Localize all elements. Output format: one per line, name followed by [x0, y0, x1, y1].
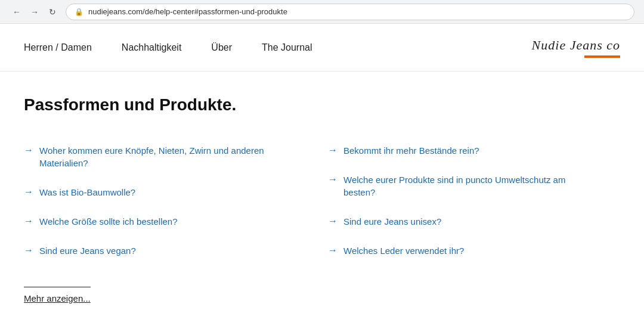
nav-links: Herren / Damen Nachhaltigkeit Über The J…: [24, 42, 312, 53]
faq-column-right: → Bekommt ihr mehr Bestände rein? → Welc…: [328, 136, 596, 265]
faq-item-3[interactable]: → Welche Größe sollte ich bestellen?: [24, 207, 292, 236]
nav-herren-damen[interactable]: Herren / Damen: [24, 42, 92, 53]
faq-item-6[interactable]: → Welche eurer Produkte sind in puncto U…: [328, 165, 596, 207]
lock-icon: 🔒: [75, 8, 83, 16]
nav-ueber[interactable]: Über: [211, 42, 232, 53]
nav-nachhaltigkeit[interactable]: Nachhaltigkeit: [122, 42, 182, 53]
faq-grid: → Woher kommen eure Knöpfe, Nieten, Zwir…: [24, 136, 596, 265]
faq-link-7[interactable]: Sind eure Jeans unisex?: [343, 215, 441, 228]
main-content: Passformen und Produkte. → Woher kommen …: [0, 72, 620, 310]
faq-item-5[interactable]: → Bekommt ihr mehr Bestände rein?: [328, 136, 596, 165]
faq-column-left: → Woher kommen eure Knöpfe, Nieten, Zwir…: [24, 136, 292, 265]
arrow-icon-3: →: [24, 216, 33, 227]
faq-link-4[interactable]: Sind eure Jeans vegan?: [39, 244, 136, 257]
arrow-icon-2: →: [24, 187, 33, 197]
faq-item-7[interactable]: → Sind eure Jeans unisex?: [328, 207, 596, 236]
faq-link-1[interactable]: Woher kommen eure Knöpfe, Nieten, Zwirn …: [39, 144, 292, 169]
reload-button[interactable]: ↻: [45, 5, 60, 19]
mehr-anzeigen-section: Mehr anzeigen...: [24, 287, 91, 303]
faq-link-5[interactable]: Bekommt ihr mehr Bestände rein?: [343, 144, 479, 157]
browser-chrome: ← → ↻ 🔒 nudiejeans.com/de/help-center#pa…: [0, 0, 644, 24]
arrow-icon-1: →: [24, 145, 33, 156]
forward-button[interactable]: →: [27, 5, 42, 19]
faq-link-2[interactable]: Was ist Bio-Baumwolle?: [39, 186, 135, 199]
faq-item-4[interactable]: → Sind eure Jeans vegan?: [24, 236, 292, 265]
arrow-icon-4: →: [24, 245, 33, 256]
logo-text: Nudie Jeans co: [532, 38, 620, 53]
address-bar[interactable]: 🔒 nudiejeans.com/de/help-center#passform…: [66, 4, 634, 20]
faq-item-2[interactable]: → Was ist Bio-Baumwolle?: [24, 178, 292, 207]
arrow-icon-7: →: [328, 216, 338, 227]
arrow-icon-6: →: [328, 174, 338, 185]
logo-underline: [584, 55, 620, 58]
mehr-anzeigen-link[interactable]: Mehr anzeigen...: [24, 293, 91, 303]
page-title: Passformen und Produkte.: [24, 95, 596, 114]
arrow-icon-8: →: [328, 245, 338, 256]
back-button[interactable]: ←: [10, 5, 24, 19]
site-nav: Herren / Damen Nachhaltigkeit Über The J…: [0, 24, 644, 72]
faq-link-6[interactable]: Welche eurer Produkte sind in puncto Umw…: [343, 173, 596, 199]
faq-item-1[interactable]: → Woher kommen eure Knöpfe, Nieten, Zwir…: [24, 136, 292, 178]
browser-nav: ← → ↻: [10, 5, 60, 19]
faq-link-3[interactable]: Welche Größe sollte ich bestellen?: [39, 215, 178, 228]
arrow-icon-5: →: [328, 145, 338, 156]
logo-area: Nudie Jeans co: [532, 38, 620, 58]
url-text: nudiejeans.com/de/help-center#passformen…: [88, 7, 287, 16]
faq-item-8[interactable]: → Welches Leder verwendet ihr?: [328, 236, 596, 265]
nav-journal[interactable]: The Journal: [262, 42, 312, 53]
faq-link-8[interactable]: Welches Leder verwendet ihr?: [343, 244, 464, 257]
